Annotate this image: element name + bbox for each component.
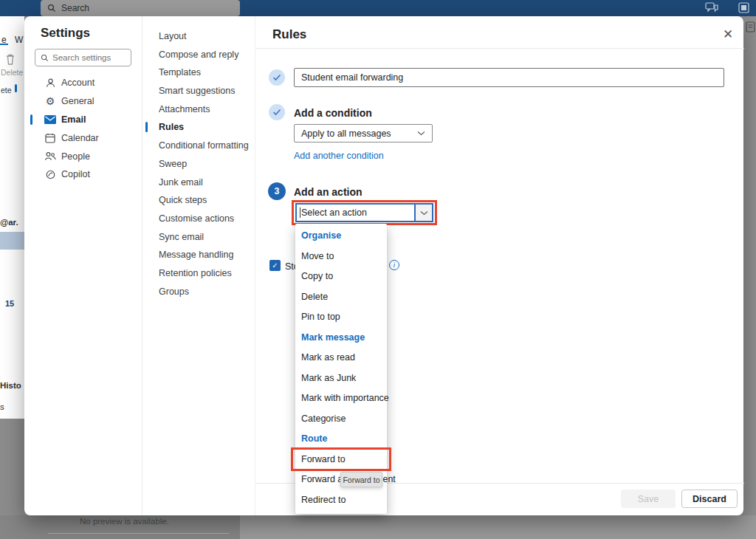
step-1-complete-badge (269, 69, 285, 86)
settings-search-input[interactable] (52, 53, 126, 62)
category-groups[interactable]: Groups (142, 283, 255, 301)
category-templates[interactable]: Templates (142, 63, 255, 82)
step-3-badge: 3 (268, 182, 286, 200)
delete-label-fragment: ete (1, 86, 12, 95)
category-sweep[interactable]: Sweep (142, 155, 255, 174)
no-preview-text: No preview is available. (80, 517, 169, 526)
sidebar-item-account[interactable]: Account (24, 74, 142, 92)
sidebar-item-copilot[interactable]: Copilot (24, 165, 142, 184)
category-smart-suggestions[interactable]: Smart suggestions (142, 82, 255, 100)
person-icon (44, 77, 56, 89)
menu-group-route: Route (295, 429, 387, 450)
info-icon[interactable]: i (389, 260, 399, 270)
settings-title: Settings (41, 26, 90, 41)
background-window-bottom: No preview is available. (0, 515, 756, 539)
outlook-top-bar: Search (0, 0, 756, 16)
text-cursor (300, 207, 300, 218)
background-window-left-edge: e W Delete ete @ar. 15 Histo s (0, 16, 24, 539)
category-message-handling[interactable]: Message handling (142, 246, 255, 264)
app-icon-partial[interactable] (738, 2, 750, 14)
save-button[interactable]: Save (621, 490, 676, 508)
sidebar-item-people[interactable]: People (24, 147, 142, 165)
category-customise-actions[interactable]: Customise actions (142, 210, 255, 228)
screen: Search e W Delete ete @ar. 15 Histo s (0, 0, 756, 539)
action-menu: Organise Move to Copy to Delete Pin to t… (295, 224, 387, 514)
action-select-chevron[interactable] (414, 205, 432, 221)
side-panel-icon (746, 21, 755, 32)
dimmed-message-list: No preview is available. (0, 515, 240, 539)
ribbon-selected-underline (0, 44, 8, 45)
feedback-chat-icon[interactable] (705, 2, 719, 13)
selected-message-row (0, 232, 24, 250)
settings-nav-list: Account ⚙ General Email Calendar (24, 74, 142, 184)
settings-search-box[interactable] (35, 49, 131, 66)
menu-item-delete[interactable]: Delete (295, 287, 387, 308)
step-2-complete-badge (269, 104, 285, 120)
forward-to-tooltip: Forward to (340, 472, 382, 487)
action-select-value: Select an action (297, 205, 414, 221)
sidebar-item-email[interactable]: Email (24, 111, 142, 129)
menu-item-forward-to[interactable]: Forward to (295, 450, 387, 470)
dimmed-reading-pane (240, 515, 756, 539)
category-retention-policies[interactable]: Retention policies (142, 264, 255, 283)
delete-trash-icon (3, 52, 18, 66)
divider (48, 533, 229, 534)
menu-item-mark-with-importance[interactable]: Mark with importance (295, 388, 387, 409)
category-conditional-formatting[interactable]: Conditional formatting (142, 137, 255, 155)
mail-icon (44, 114, 56, 126)
calendar-icon (44, 132, 56, 144)
rules-panel: Rules ✕ Student email forwarding Add a c… (255, 16, 743, 515)
background-window-right-edge (743, 16, 756, 539)
category-layout[interactable]: Layout (142, 27, 255, 46)
discard-button[interactable]: Discard (681, 490, 738, 508)
copilot-icon (44, 168, 56, 180)
global-search-label: Search (61, 3, 89, 13)
sidebar-item-label: Account (61, 78, 94, 88)
email-categories-list: Layout Compose and reply Templates Smart… (142, 16, 255, 515)
settings-dialog: Settings Account ⚙ General (24, 16, 743, 515)
category-compose-and-reply[interactable]: Compose and reply (142, 46, 255, 64)
chevron-down-icon (420, 210, 428, 216)
condition-select-value: Apply to all messages (301, 128, 391, 139)
page-title: Rules (272, 27, 306, 42)
menu-item-copy-to[interactable]: Copy to (295, 267, 387, 287)
sidebar-item-label: Copilot (61, 169, 90, 179)
sidebar-item-label: Calendar (61, 133, 99, 143)
global-search-bar[interactable]: Search (41, 0, 240, 16)
add-condition-heading: Add a condition (294, 107, 372, 119)
menu-item-move-to[interactable]: Move to (295, 247, 387, 267)
sidebar-item-label: Email (61, 114, 86, 125)
search-icon (41, 54, 49, 62)
category-rules[interactable]: Rules (142, 118, 255, 137)
menu-item-redirect-to[interactable]: Redirect to (295, 490, 387, 511)
divider (255, 48, 744, 49)
text-fragment: s (0, 402, 4, 411)
close-icon[interactable]: ✕ (719, 25, 737, 43)
menu-item-mark-as-read[interactable]: Mark as read (295, 348, 387, 368)
history-fragment: Histo (0, 381, 21, 390)
condition-select[interactable]: Apply to all messages (294, 124, 433, 143)
menu-group-mark-message: Mark message (295, 328, 387, 349)
category-quick-steps[interactable]: Quick steps (142, 191, 255, 210)
checkmark-icon (272, 109, 281, 116)
delete-button-label: Delete (1, 68, 23, 77)
gear-icon: ⚙ (44, 95, 56, 107)
sidebar-item-calendar[interactable]: Calendar (24, 128, 142, 147)
action-select[interactable]: Select an action (295, 203, 433, 222)
sidebar-item-label: General (61, 96, 94, 106)
menu-item-pin-to-top[interactable]: Pin to top (295, 307, 387, 328)
chevron-down-icon (417, 131, 425, 136)
sidebar-item-general[interactable]: ⚙ General (24, 92, 142, 111)
category-junk-email[interactable]: Junk email (142, 174, 255, 192)
menu-item-mark-as-junk[interactable]: Mark as Junk (295, 368, 387, 389)
add-action-heading: Add an action (294, 186, 362, 198)
menu-item-categorise[interactable]: Categorise (295, 409, 387, 430)
category-attachments[interactable]: Attachments (142, 100, 255, 119)
category-sync-email[interactable]: Sync email (142, 228, 255, 247)
add-another-condition-link[interactable]: Add another condition (294, 151, 384, 161)
search-icon (47, 4, 56, 13)
stop-processing-checkbox[interactable]: ✓ (269, 260, 281, 271)
ribbon-tab-fragment-2: W (15, 35, 23, 45)
rule-name-input[interactable]: Student email forwarding (294, 68, 724, 87)
menu-group-organise: Organise (295, 226, 387, 247)
